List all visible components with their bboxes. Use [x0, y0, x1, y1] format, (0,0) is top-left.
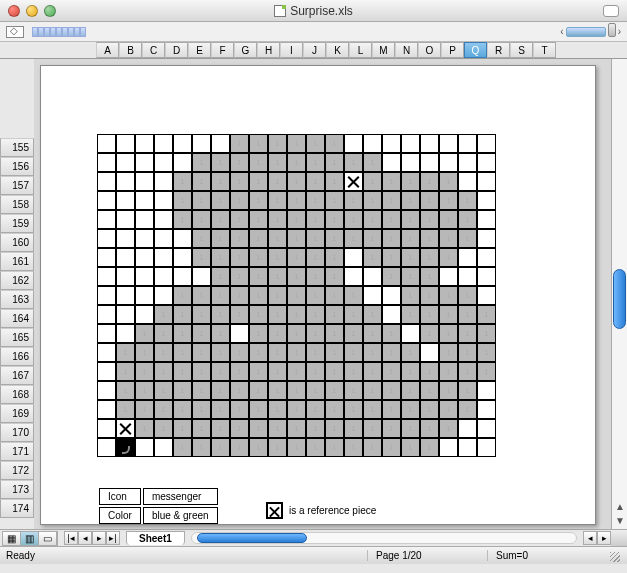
grid-cell[interactable]: 1 [249, 286, 268, 305]
grid-cell[interactable] [477, 267, 496, 286]
row-header-161[interactable]: 161 [0, 252, 34, 271]
grid-cell[interactable]: 1 [363, 210, 382, 229]
grid-cell[interactable]: 1 [135, 400, 154, 419]
grid-cell[interactable] [477, 210, 496, 229]
grid-cell[interactable] [97, 286, 116, 305]
sheet-area[interactable]: 1111111111111111111111111111111111111111… [34, 59, 611, 529]
grid-cell[interactable]: 1 [477, 362, 496, 381]
grid-cell[interactable]: 1 [173, 400, 192, 419]
grid-cell[interactable]: 1 [439, 381, 458, 400]
grid-cell[interactable]: 1 [401, 343, 420, 362]
grid-cell[interactable] [97, 324, 116, 343]
grid-cell[interactable] [458, 438, 477, 457]
grid-cell[interactable]: 1 [420, 324, 439, 343]
grid-cell[interactable]: 1 [211, 267, 230, 286]
grid-cell[interactable]: 1 [268, 438, 287, 457]
grid-cell[interactable] [97, 362, 116, 381]
grid-cell[interactable] [116, 419, 135, 438]
grid-cell[interactable]: 1 [230, 191, 249, 210]
grid-cell[interactable]: 1 [192, 172, 211, 191]
grid-cell[interactable]: 1 [306, 286, 325, 305]
grid-cell[interactable]: 1 [230, 153, 249, 172]
grid-cell[interactable]: 1 [249, 343, 268, 362]
horizontal-scroll-thumb[interactable] [197, 533, 307, 543]
grid-cell[interactable] [458, 419, 477, 438]
grid-cell[interactable]: 1 [420, 381, 439, 400]
grid-cell[interactable]: 1 [439, 229, 458, 248]
grid-cell[interactable]: 1 [382, 324, 401, 343]
grid-cell[interactable] [116, 286, 135, 305]
grid-cell[interactable] [97, 381, 116, 400]
grid-cell[interactable] [116, 134, 135, 153]
grid-cell[interactable] [477, 248, 496, 267]
grid-cell[interactable]: 1 [192, 229, 211, 248]
grid-cell[interactable]: 1 [230, 362, 249, 381]
view-preview-button[interactable]: ▭ [39, 532, 57, 545]
grid-cell[interactable]: 1 [420, 229, 439, 248]
grid-cell[interactable] [477, 134, 496, 153]
window-resize-grip[interactable] [607, 549, 621, 563]
grid-cell[interactable] [97, 419, 116, 438]
grid-cell[interactable] [439, 267, 458, 286]
grid-cell[interactable]: 1 [192, 153, 211, 172]
grid-cell[interactable]: 1 [249, 229, 268, 248]
grid-cell[interactable]: 1 [154, 305, 173, 324]
grid-cell[interactable]: 1 [230, 172, 249, 191]
grid-cell[interactable]: 1 [325, 210, 344, 229]
grid-cell[interactable]: 1 [173, 343, 192, 362]
grid-cell[interactable]: 1 [230, 134, 249, 153]
grid-cell[interactable]: 1 [439, 172, 458, 191]
grid-cell[interactable] [116, 324, 135, 343]
grid-cell[interactable]: 1 [344, 305, 363, 324]
view-normal-button[interactable]: ▦ [3, 532, 21, 545]
grid-cell[interactable] [116, 172, 135, 191]
grid-cell[interactable]: 1 [439, 419, 458, 438]
grid-cell[interactable] [192, 267, 211, 286]
grid-cell[interactable]: 1 [382, 172, 401, 191]
grid-cell[interactable] [135, 134, 154, 153]
grid-cell[interactable]: 1 [325, 438, 344, 457]
grid-cell[interactable] [135, 153, 154, 172]
grid-cell[interactable]: 1 [401, 267, 420, 286]
grid-cell[interactable] [401, 153, 420, 172]
grid-cell[interactable] [363, 267, 382, 286]
grid-cell[interactable]: 1 [306, 134, 325, 153]
column-header-L[interactable]: L [349, 42, 372, 58]
grid-cell[interactable]: 1 [401, 191, 420, 210]
grid-cell[interactable]: 1 [401, 400, 420, 419]
zoom-in-icon[interactable]: › [618, 26, 621, 37]
grid-cell[interactable]: 1 [230, 267, 249, 286]
grid-cell[interactable] [420, 134, 439, 153]
grid-cell[interactable]: 1 [211, 400, 230, 419]
grid-cell[interactable] [439, 134, 458, 153]
grid-cell[interactable] [173, 248, 192, 267]
grid-cell[interactable]: 1 [268, 153, 287, 172]
grid-cell[interactable] [192, 134, 211, 153]
grid-cell[interactable]: 1 [268, 381, 287, 400]
grid-cell[interactable]: 1 [344, 400, 363, 419]
grid-cell[interactable]: 1 [249, 248, 268, 267]
grid-cell[interactable]: 1 [249, 324, 268, 343]
grid-cell[interactable] [97, 400, 116, 419]
grid-cell[interactable]: 1 [116, 381, 135, 400]
grid-cell[interactable]: 1 [458, 400, 477, 419]
grid-cell[interactable] [135, 191, 154, 210]
row-header-155[interactable]: 155 [0, 138, 34, 157]
grid-cell[interactable]: 1 [249, 210, 268, 229]
grid-cell[interactable] [97, 438, 116, 457]
column-header-Q[interactable]: Q [464, 42, 487, 58]
column-header-O[interactable]: O [418, 42, 441, 58]
grid-cell[interactable]: 1 [458, 229, 477, 248]
grid-cell[interactable]: 1 [363, 400, 382, 419]
grid-cell[interactable]: 1 [420, 248, 439, 267]
scroll-down-icon[interactable]: ▼ [614, 515, 626, 527]
grid-cell[interactable]: 1 [382, 248, 401, 267]
grid-cell[interactable]: 1 [458, 286, 477, 305]
row-header-166[interactable]: 166 [0, 347, 34, 366]
grid-cell[interactable] [477, 419, 496, 438]
scroll-up-icon[interactable]: ▲ [614, 501, 626, 513]
column-header-R[interactable]: R [487, 42, 510, 58]
grid-cell[interactable] [154, 248, 173, 267]
grid-cell[interactable]: 1 [287, 172, 306, 191]
column-header-A[interactable]: A [96, 42, 119, 58]
